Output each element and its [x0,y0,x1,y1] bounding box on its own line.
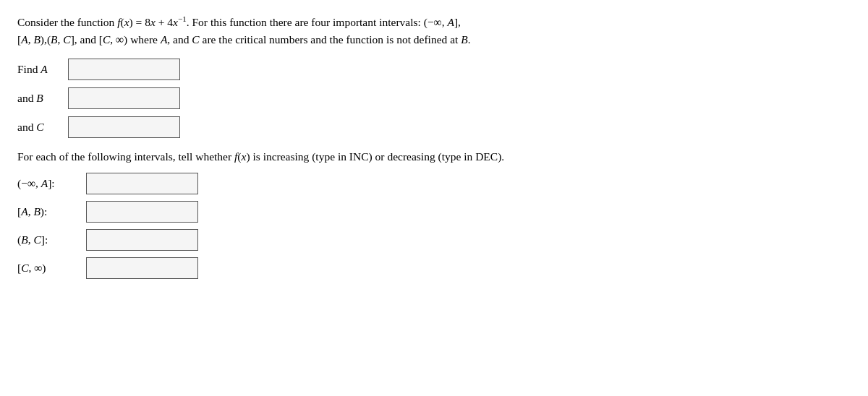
interval-row-c-inf: [C, ∞) [17,257,851,279]
find-a-row: Find A [17,59,851,80]
find-b-input[interactable] [68,87,180,109]
intro-line1: Consider the function f(x) = 8x + 4x−1. … [17,16,461,28]
interval-row-a-b: [A, B): [17,201,851,223]
find-a-label: Find A [17,63,68,76]
interval-label-neg-inf-a: (−∞, A]: [17,177,86,190]
interval-label-c-inf: [C, ∞) [17,262,86,275]
find-c-row: and C [17,116,851,138]
interval-label-a-b: [A, B): [17,205,86,218]
interval-row-neg-inf-a: (−∞, A]: [17,173,851,194]
interval-label-b-c: (B, C]: [17,233,86,246]
interval-input-b-c[interactable] [86,229,198,251]
find-a-input[interactable] [68,59,180,80]
section-label: For each of the following intervals, tel… [17,148,851,165]
find-b-row: and B [17,87,851,109]
find-c-label: and C [17,121,68,134]
interval-input-a-b[interactable] [86,201,198,223]
interval-input-c-inf[interactable] [86,257,198,279]
find-c-input[interactable] [68,116,180,138]
intro-paragraph: Consider the function f(x) = 8x + 4x−1. … [17,13,851,48]
intro-line2: [A, B),(B, C], and [C, ∞) where A, and C… [17,33,471,46]
find-b-label: and B [17,92,68,105]
interval-row-b-c: (B, C]: [17,229,851,251]
interval-input-neg-inf-a[interactable] [86,173,198,194]
